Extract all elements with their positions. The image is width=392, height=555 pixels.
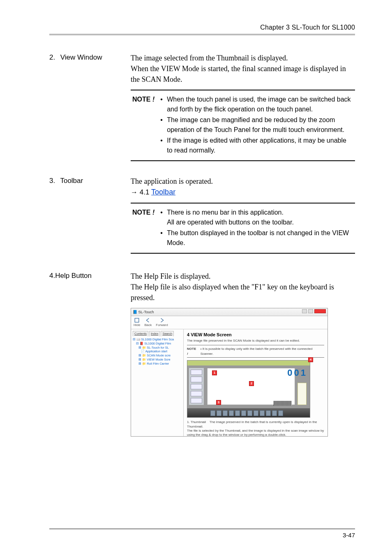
callout-3-icon: 3	[216, 400, 221, 405]
section-2-note: NOTE ! When the touch panel is used, the…	[131, 90, 355, 161]
page: Chapter 3 SL-Touch for SL1000 2. View Wi…	[0, 0, 392, 555]
thumbnail-strip	[189, 368, 204, 405]
close-icon	[314, 309, 326, 313]
help-inner-note: NOTE ! • It is possible to display only …	[187, 345, 324, 358]
note-item: When the touch panel is used, the image …	[160, 95, 353, 114]
tab-contents: Contents	[133, 331, 148, 336]
section-3-num: 3.	[49, 176, 58, 186]
help-content-heading: 4 VIEW Mode Screen	[187, 332, 324, 338]
running-header: Chapter 3 SL-Touch for SL1000	[49, 24, 355, 35]
toolbar-link[interactable]: Toolbar	[151, 188, 175, 196]
section-4-label: 4.Help Button	[49, 271, 119, 437]
image-number: 001	[287, 366, 307, 379]
help-window-figure: 📘 SL-Touch Hide Back Forward Conte	[131, 308, 328, 437]
forward-button: Forward	[156, 318, 168, 328]
note-item: If the image is edited with other applic…	[160, 136, 353, 155]
page-number: 3-47	[49, 529, 355, 539]
help-titlebar: 📘 SL-Touch	[131, 308, 327, 316]
section-3-body: The application is operated.	[131, 177, 213, 185]
maximize-icon	[308, 309, 313, 313]
tab-index: Index	[149, 331, 160, 336]
callout-2-icon: 2	[249, 381, 254, 386]
callout-1-icon: 1	[212, 370, 217, 375]
note-item: There is no menu bar in this application…	[160, 208, 353, 227]
help-content-pane: 4 VIEW Mode Screen The image file preser…	[184, 329, 327, 436]
section-3-title: Toolbar	[60, 177, 83, 185]
help-toolbar: Hide Back Forward	[131, 316, 327, 330]
callout-4-icon: 4	[308, 357, 313, 362]
note-label: NOTE !	[187, 347, 198, 356]
section-2-label: 2. View Window	[49, 53, 119, 176]
barcode-icon	[274, 401, 292, 406]
section-3-label: 3. Toolbar	[49, 176, 119, 268]
section-3-note: NOTE ! There is no menu bar in this appl…	[131, 203, 355, 254]
note-label: NOTE !	[132, 95, 154, 156]
tab-search: Search	[161, 331, 174, 336]
back-button: Back	[144, 318, 152, 328]
svg-rect-0	[135, 318, 139, 322]
help-content-sub: The image file preserved in the SCAN Mod…	[187, 338, 324, 343]
minimize-icon	[302, 309, 307, 313]
note-item: The image can be magnified and be reduce…	[160, 115, 353, 135]
link-arrow: → 4.1	[131, 188, 151, 196]
section-2-body: The image selected from the Thumbnail is…	[131, 53, 355, 85]
section-2-title: View Window	[60, 53, 102, 61]
help-caption: 1. Thumbnail The image preserved in the …	[187, 420, 324, 437]
help-nav-pane: Contents Index Search ⊟ 📖 SL1000 Digital…	[131, 329, 184, 436]
help-tree: ⊟ 📖 SL1000 Digital Film Sca ⊟ 📕 SL1000 D…	[133, 338, 182, 365]
section-help-button: 4.Help Button The Help File is displayed…	[49, 271, 355, 437]
help-window-title: 📘 SL-Touch	[133, 310, 154, 315]
note-label: NOTE !	[132, 208, 154, 249]
help-inner-screenshot: 001 1 2 3 4	[187, 360, 310, 418]
section-4-body: The Help File is displayed. The Help fil…	[131, 271, 355, 303]
section-view-window: 2. View Window The image selected from t…	[49, 53, 355, 176]
section-2-num: 2.	[49, 53, 58, 62]
note-item: The button displayed in the toolbar is n…	[160, 228, 353, 248]
hide-button: Hide	[134, 318, 140, 328]
section-toolbar: 3. Toolbar The application is operated. …	[49, 176, 355, 268]
